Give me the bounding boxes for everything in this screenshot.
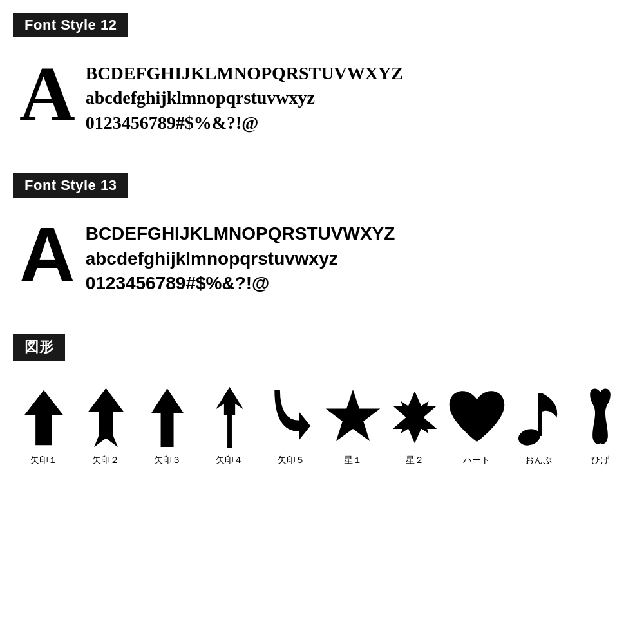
shape-star2: 星２ <box>384 385 446 466</box>
arrow3-icon <box>151 385 184 450</box>
svg-marker-2 <box>151 388 184 447</box>
arrow4-icon <box>215 385 244 450</box>
arrow3-label: 矢印３ <box>154 455 181 466</box>
font-13-display: A BCDEFGHIJKLMNOPQRSTUVWXYZ abcdefghijkl… <box>13 209 631 308</box>
star1-icon <box>324 385 382 450</box>
shape-arrow3: 矢印３ <box>137 385 198 466</box>
arrow5-label: 矢印５ <box>278 455 305 466</box>
font-style-13-header: Font Style 13 <box>13 173 128 198</box>
arrow1-label: 矢印１ <box>30 455 57 466</box>
font-12-line-1: BCDEFGHIJKLMNOPQRSTUVWXYZ <box>86 62 403 85</box>
font-style-13-section: Font Style 13 A BCDEFGHIJKLMNOPQRSTUVWXY… <box>13 173 631 308</box>
shapes-row: 矢印１ 矢印２ 矢印３ <box>13 372 631 466</box>
font-style-12-section: Font Style 12 A BCDEFGHIJKLMNOPQRSTUVWXY… <box>13 13 631 147</box>
shape-star1: 星１ <box>322 385 384 466</box>
shape-heart: ハート <box>446 385 507 466</box>
star2-icon <box>386 385 444 450</box>
shape-arrow4: 矢印４ <box>198 385 260 466</box>
arrow5-icon <box>272 385 310 450</box>
svg-point-9 <box>516 426 542 448</box>
shape-music: おんぷ <box>507 385 569 466</box>
svg-marker-1 <box>88 388 124 448</box>
mustache-label: ひげ <box>591 455 609 466</box>
music-label: おんぷ <box>525 455 552 466</box>
font-style-12-header: Font Style 12 <box>13 13 128 37</box>
font-13-line-3: 0123456789#$%&?!@ <box>86 272 395 295</box>
star2-label: 星２ <box>406 455 424 466</box>
arrow4-label: 矢印４ <box>216 455 243 466</box>
font-12-line-2: abcdefghijklmnopqrstuvwxyz <box>86 86 403 109</box>
heart-label: ハート <box>463 455 490 466</box>
font-12-alphabet: BCDEFGHIJKLMNOPQRSTUVWXYZ abcdefghijklmn… <box>86 55 403 135</box>
svg-rect-10 <box>538 393 542 436</box>
star1-label: 星１ <box>344 455 362 466</box>
heart-icon <box>446 385 507 450</box>
font-13-line-2: abcdefghijklmnopqrstuvwxyz <box>86 247 395 270</box>
font-13-big-letter: A <box>19 216 75 293</box>
font-12-big-letter: A <box>19 55 75 133</box>
music-icon <box>516 385 561 450</box>
shapes-section: 図形 矢印１ 矢印２ <box>13 334 631 466</box>
font-12-display: A BCDEFGHIJKLMNOPQRSTUVWXYZ abcdefghijkl… <box>13 49 631 147</box>
arrow2-icon <box>88 385 124 450</box>
font-13-alphabet: BCDEFGHIJKLMNOPQRSTUVWXYZ abcdefghijklmn… <box>86 216 395 295</box>
page: Font Style 12 A BCDEFGHIJKLMNOPQRSTUVWXY… <box>0 0 644 479</box>
font-12-line-3: 0123456789#$%&?!@ <box>86 111 403 135</box>
svg-marker-6 <box>326 390 381 441</box>
shape-mustache: ひげ <box>569 385 631 466</box>
shapes-header: 図形 <box>13 334 65 361</box>
arrow2-label: 矢印２ <box>92 455 119 466</box>
font-13-line-1: BCDEFGHIJKLMNOPQRSTUVWXYZ <box>86 222 395 245</box>
shape-arrow2: 矢印２ <box>75 385 137 466</box>
mustache-icon <box>587 385 613 450</box>
arrow1-icon <box>24 385 63 450</box>
svg-marker-0 <box>24 390 63 445</box>
svg-marker-4 <box>215 387 243 415</box>
shape-arrow1: 矢印１ <box>13 385 75 466</box>
shape-arrow5: 矢印５ <box>260 385 322 466</box>
